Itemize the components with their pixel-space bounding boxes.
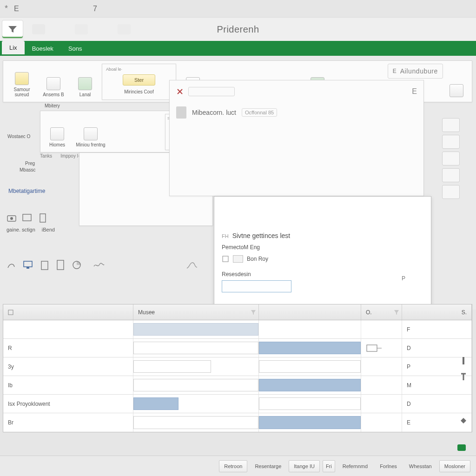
popup-e-icon: E: [412, 87, 417, 96]
svg-rect-10: [8, 310, 13, 315]
thumb-4[interactable]: [442, 168, 460, 182]
quick-icon-2[interactable]: [71, 20, 92, 39]
footer-btn-0[interactable]: Retroon: [219, 460, 247, 472]
ribbon-samour[interactable]: Samour sureud: [7, 64, 37, 97]
popup-heading-tag: Ocffonnal 85: [242, 108, 277, 117]
dialog-field-label: Resesdesin: [222, 271, 423, 278]
svg-rect-5: [24, 261, 32, 267]
subgroup-caption-aboal: Aboal le·: [104, 66, 174, 73]
grid-row-1[interactable]: R D: [3, 339, 472, 357]
ribbon-hiomes[interactable]: Hiomes: [44, 114, 70, 147]
page-icon: [222, 255, 229, 263]
tab-sons[interactable]: Sons: [61, 41, 90, 56]
ster-button[interactable]: Ster: [123, 74, 155, 86]
dialog-title: FHSivtne gettinces lest: [222, 232, 423, 239]
svg-rect-2: [23, 214, 31, 221]
grid-row-4[interactable]: Isx Proyoklowent D: [3, 395, 472, 413]
quick-icon-3[interactable]: [113, 20, 135, 39]
app-icon-active[interactable]: [2, 20, 23, 39]
arrow-icon[interactable]: [7, 260, 16, 270]
gaine-label: gaine. sctign: [7, 227, 35, 232]
svg-rect-8: [57, 260, 64, 270]
thumb-1[interactable]: [442, 118, 460, 132]
wosta-label: Wostaec O: [7, 134, 30, 139]
ribbon-subgroup-1: Aboal le· Ster Mirincies Coof: [102, 64, 176, 100]
clipboard-icon[interactable]: [40, 259, 49, 271]
mini-toolbar-2: [7, 259, 198, 271]
popup-search-input[interactable]: [188, 87, 235, 96]
grid-row-3[interactable]: Ib M: [3, 376, 472, 395]
quick-icon-1[interactable]: [28, 20, 49, 39]
status-accent: [457, 444, 466, 451]
data-grid: Musee O. S. F R D 3y P Ib M Isx Proyoklo…: [3, 304, 472, 432]
thumb-5[interactable]: [442, 185, 460, 199]
workspace-canvas: Samour sureud Ansems B Lanal Aboal le· S…: [0, 56, 476, 310]
ibend-label: iBend: [42, 227, 55, 232]
ribbon-lenal[interactable]: Lanal: [70, 64, 100, 97]
dialog-row-label: Bon Roy: [247, 256, 268, 262]
grid-header-2[interactable]: [259, 304, 361, 320]
svg-rect-3: [40, 214, 46, 222]
footer-btn-5[interactable]: Forlnes: [375, 460, 402, 472]
svg-rect-11: [367, 345, 377, 351]
mbetat-link[interactable]: Mbetatigartime: [8, 188, 45, 194]
grid-header-4[interactable]: S.: [402, 304, 472, 320]
doc-icon[interactable]: [39, 213, 47, 223]
ribbon-ansems[interactable]: Ansems B: [39, 64, 68, 97]
signature-icon[interactable]: [93, 262, 105, 268]
building-icon[interactable]: [56, 259, 65, 271]
person-icon: [176, 106, 186, 119]
catalog-popup: E Mibeacorn. luct Ocffonnal 85: [169, 80, 424, 196]
imppoy-label: Imppoy l·: [60, 153, 79, 159]
tab-lix[interactable]: Lix: [2, 41, 25, 56]
svg-rect-12: [463, 357, 464, 364]
flag-icon[interactable]: [21, 213, 34, 223]
rail-p: P: [402, 275, 405, 282]
grid-header-1[interactable]: Musee: [133, 304, 259, 320]
grid-row-5[interactable]: Br E: [3, 413, 472, 432]
footer-btn-3[interactable]: Fri: [323, 460, 335, 472]
tab-boeslek[interactable]: Boeslek: [25, 41, 61, 56]
title-bar: * E 7: [0, 0, 476, 18]
status-footer: Retroon Resentarge Itange IU Fri Refernn…: [0, 456, 476, 476]
app-title: Priderenh: [217, 24, 259, 35]
ribbon-ailunde-group[interactable]: E Ailundubure: [388, 64, 443, 79]
marker-i-icon: [460, 356, 467, 365]
footer-btn-2[interactable]: Itange IU: [289, 460, 320, 472]
device-icon: [366, 343, 383, 353]
grid-row-0[interactable]: F: [3, 320, 472, 339]
grid-header-0[interactable]: [3, 304, 133, 320]
ribbon-trailing[interactable]: [445, 64, 468, 97]
footer-btn-7[interactable]: Mosloner: [439, 460, 470, 472]
close-icon[interactable]: [176, 88, 184, 95]
branch-icon[interactable]: [186, 261, 198, 269]
ribbon-ailunde-label: Ailundubure: [400, 67, 438, 75]
grid-header-3[interactable]: O.: [361, 304, 402, 320]
thumb-2[interactable]: [442, 135, 460, 149]
footer-btn-4[interactable]: Refernnmd: [338, 460, 372, 472]
funnel-icon: [7, 25, 18, 33]
ribbon-miniou[interactable]: Miniou frentng: [72, 114, 109, 147]
camera-icon[interactable]: [7, 213, 17, 223]
filter-icon[interactable]: [394, 310, 399, 315]
grid-row-2[interactable]: 3y P: [3, 357, 472, 376]
title-glyph-e: E: [14, 5, 37, 13]
marker-t-icon: [460, 372, 467, 381]
footer-btn-6[interactable]: Whesstan: [404, 460, 436, 472]
svg-rect-7: [41, 261, 48, 270]
subgroup-caption-mirincies: Mirincies Coof: [104, 87, 174, 94]
filter-icon[interactable]: [251, 310, 256, 315]
marker-diamond-icon: [460, 417, 467, 424]
dialog-subtitle: PemectoM Eng: [222, 244, 423, 251]
footer-btn-1[interactable]: Resentarge: [250, 460, 286, 472]
monitor-icon[interactable]: [22, 259, 33, 271]
dialog-text-input[interactable]: [222, 280, 291, 292]
ribbon-tabs: Lix Boeslek Sons: [0, 41, 476, 56]
popup-heading: Mibeacorn. luct: [192, 109, 236, 116]
svg-rect-4: [223, 256, 228, 262]
svg-point-1: [10, 217, 13, 220]
mbitery-label: Mbitery: [45, 103, 60, 108]
pie-icon[interactable]: [72, 260, 82, 270]
grid-header: Musee O. S.: [3, 304, 472, 320]
thumb-3[interactable]: [442, 152, 460, 165]
